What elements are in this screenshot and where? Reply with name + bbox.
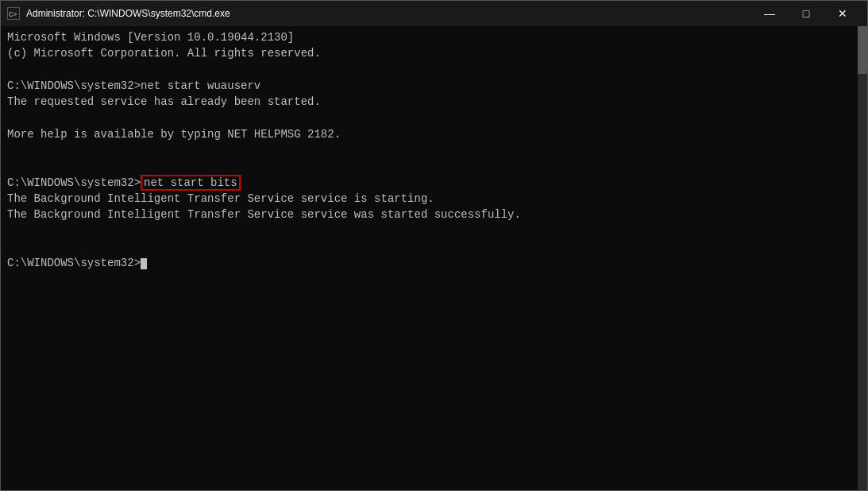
- console-body[interactable]: Microsoft Windows [Version 10.0.19044.21…: [1, 26, 867, 490]
- line-13: [7, 223, 850, 239]
- line-7: More help is available by typing NET HEL…: [7, 126, 850, 142]
- line-15-prompt: C:\WINDOWS\system32>: [7, 255, 850, 271]
- scrollbar[interactable]: [858, 26, 867, 490]
- close-button[interactable]: ✕: [824, 1, 861, 26]
- console-content: Microsoft Windows [Version 10.0.19044.21…: [7, 29, 861, 271]
- line-5: The requested service has already been s…: [7, 94, 850, 110]
- svg-text:C>: C>: [9, 11, 17, 19]
- title-bar: C> Administrator: C:\WINDOWS\system32\cm…: [1, 1, 867, 26]
- cursor: [141, 258, 147, 269]
- line-3: [7, 62, 850, 78]
- scrollbar-thumb[interactable]: [858, 26, 867, 74]
- minimize-button[interactable]: —: [751, 1, 788, 26]
- maximize-button[interactable]: □: [788, 1, 824, 26]
- window-title: Administrator: C:\WINDOWS\system32\cmd.e…: [26, 8, 230, 19]
- line-4: C:\WINDOWS\system32>net start wuauserv: [7, 78, 850, 94]
- line-10-prompt: C:\WINDOWS\system32>net start bits: [7, 175, 850, 191]
- line-11: The Background Intelligent Transfer Serv…: [7, 191, 850, 207]
- line-1: Microsoft Windows [Version 10.0.19044.21…: [7, 29, 850, 45]
- line-14: [7, 239, 850, 255]
- cmd-window: C> Administrator: C:\WINDOWS\system32\cm…: [0, 0, 868, 491]
- line-9: [7, 158, 850, 174]
- line-8: [7, 142, 850, 158]
- title-bar-left: C> Administrator: C:\WINDOWS\system32\cm…: [7, 7, 230, 20]
- title-bar-controls: — □ ✕: [751, 1, 861, 26]
- cmd-icon: C>: [7, 7, 20, 20]
- line-2: (c) Microsoft Corporation. All rights re…: [7, 45, 850, 61]
- command-highlight: net start bits: [141, 175, 241, 191]
- line-6: [7, 110, 850, 126]
- line-12: The Background Intelligent Transfer Serv…: [7, 207, 850, 222]
